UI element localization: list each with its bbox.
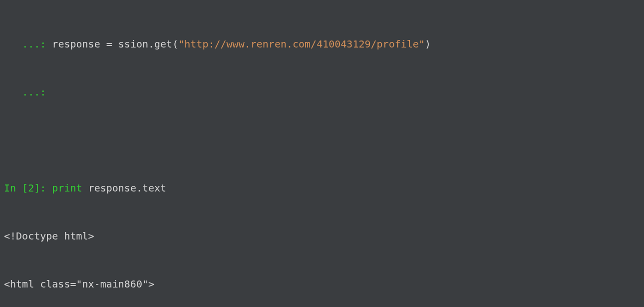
prompt-continuation: ...: [4, 86, 52, 98]
keyword-print: print [52, 182, 82, 194]
code-line-2: ...: [0, 84, 644, 100]
prompt-input: In [2]: [4, 182, 52, 194]
output-line: <!Doctype html> [0, 228, 644, 244]
code-text: response = ssion.get( [52, 38, 178, 50]
code-line-input: In [2]: print response.text [0, 180, 644, 196]
terminal-output[interactable]: ...: response = ssion.get("http://www.re… [0, 4, 644, 307]
blank-line [0, 132, 644, 148]
code-text: ) [425, 38, 431, 50]
code-text: response.text [82, 182, 167, 194]
code-string: "http://www.renren.com/410043129/profile… [178, 38, 425, 50]
code-line-1: ...: response = ssion.get("http://www.re… [0, 36, 644, 52]
prompt-continuation: ...: [4, 38, 52, 50]
output-line: <html class="nx-main860"> [0, 276, 644, 292]
